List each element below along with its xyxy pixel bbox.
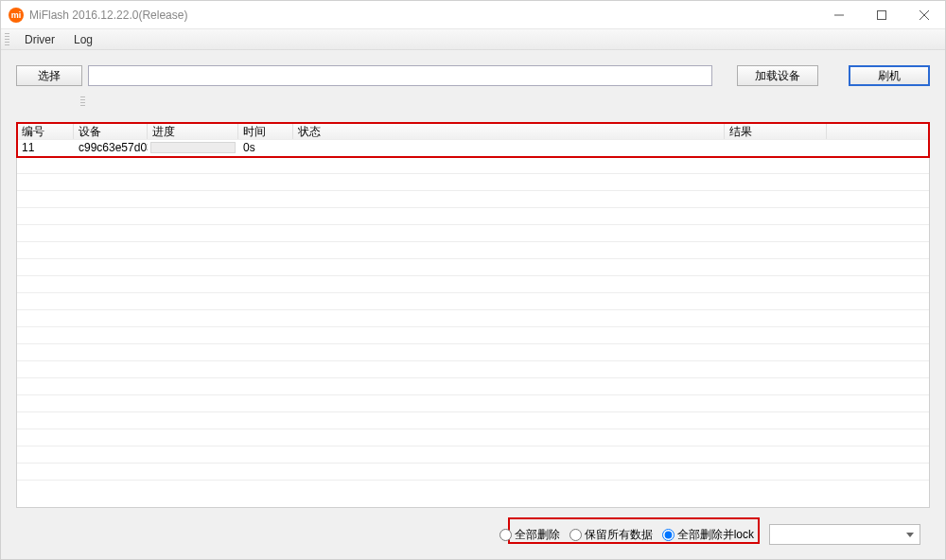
- cell-result: [725, 140, 827, 156]
- header-progress[interactable]: 进度: [148, 123, 238, 139]
- load-devices-button[interactable]: 加载设备: [737, 65, 818, 86]
- header-extra[interactable]: [827, 123, 929, 139]
- cell-time: 0s: [238, 140, 293, 156]
- cell-device: c99c63e57d03: [74, 140, 148, 156]
- label-save-data: 保留所有数据: [585, 527, 653, 543]
- progress-bar: [150, 142, 236, 153]
- close-button[interactable]: [902, 1, 945, 29]
- option-clean-lock[interactable]: 全部删除并lock: [662, 527, 754, 543]
- table-row: [17, 293, 929, 310]
- header-result[interactable]: 结果: [725, 123, 827, 139]
- menu-log[interactable]: Log: [64, 31, 102, 48]
- table-row: [17, 157, 929, 174]
- device-table[interactable]: 编号 设备 进度 时间 状态 结果 11 c99c63e57d03 0s: [16, 122, 930, 508]
- close-icon: [920, 10, 929, 20]
- table-row: [17, 259, 929, 276]
- titlebar: mi MiFlash 2016.12.22.0(Release): [1, 1, 945, 29]
- cell-extra: [827, 140, 929, 156]
- table-row: [17, 378, 929, 395]
- radio-save-data[interactable]: [569, 529, 582, 541]
- maximize-button[interactable]: [860, 1, 902, 29]
- path-input[interactable]: [88, 65, 712, 86]
- table-row: [17, 174, 929, 191]
- table-row[interactable]: 11 c99c63e57d03 0s: [17, 140, 929, 157]
- option-save-data[interactable]: 保留所有数据: [569, 527, 653, 543]
- table-row: [17, 276, 929, 293]
- toolbar: 选择 加载设备 刷机: [16, 65, 930, 86]
- cell-progress: [148, 140, 238, 156]
- table-header: 编号 设备 进度 时间 状态 结果: [17, 123, 929, 140]
- app-window: mi MiFlash 2016.12.22.0(Release) Driver …: [0, 0, 946, 560]
- menubar: Driver Log: [1, 29, 945, 50]
- script-dropdown[interactable]: [769, 524, 920, 545]
- table-row: [17, 464, 929, 481]
- maximize-icon: [877, 10, 886, 20]
- sub-toolbar: [16, 94, 930, 109]
- svg-rect-1: [877, 10, 885, 19]
- header-id[interactable]: 编号: [17, 123, 74, 139]
- table-row: [17, 361, 929, 378]
- table-row: [17, 429, 929, 446]
- header-device[interactable]: 设备: [74, 123, 148, 139]
- app-icon: mi: [9, 8, 24, 23]
- window-title: MiFlash 2016.12.22.0(Release): [29, 9, 817, 22]
- table-row: [17, 208, 929, 225]
- table-row: [17, 412, 929, 429]
- header-status[interactable]: 状态: [293, 123, 725, 139]
- radio-clean-all[interactable]: [499, 529, 512, 541]
- select-button[interactable]: 选择: [16, 65, 82, 86]
- bottom-bar: 全部删除 保留所有数据 全部删除并lock: [16, 519, 930, 550]
- table-row: [17, 310, 929, 327]
- cell-id: 11: [17, 140, 74, 156]
- window-controls: [817, 1, 945, 29]
- menu-driver[interactable]: Driver: [15, 31, 64, 48]
- table-row: [17, 225, 929, 242]
- table-row: [17, 242, 929, 259]
- flash-button[interactable]: 刷机: [849, 65, 930, 86]
- device-table-container: 编号 设备 进度 时间 状态 结果 11 c99c63e57d03 0s: [16, 122, 930, 508]
- header-time[interactable]: 时间: [238, 123, 293, 139]
- cell-status: [293, 140, 725, 156]
- table-row: [17, 395, 929, 412]
- table-row: [17, 191, 929, 208]
- minimize-icon: [834, 10, 844, 20]
- table-row: [17, 344, 929, 361]
- label-clean-lock: 全部删除并lock: [677, 527, 754, 543]
- content-area: 选择 加载设备 刷机 编号 设备 进度 时间 状态 结果: [1, 50, 945, 559]
- sub-grip-icon: [80, 96, 85, 106]
- flash-mode-group: 全部删除 保留所有数据 全部删除并lock: [490, 527, 754, 543]
- table-row: [17, 446, 929, 464]
- menubar-grip-icon: [5, 33, 9, 46]
- label-clean-all: 全部删除: [515, 527, 560, 543]
- radio-clean-lock[interactable]: [662, 529, 674, 541]
- table-row: [17, 327, 929, 344]
- option-clean-all[interactable]: 全部删除: [499, 527, 560, 543]
- minimize-button[interactable]: [817, 1, 860, 29]
